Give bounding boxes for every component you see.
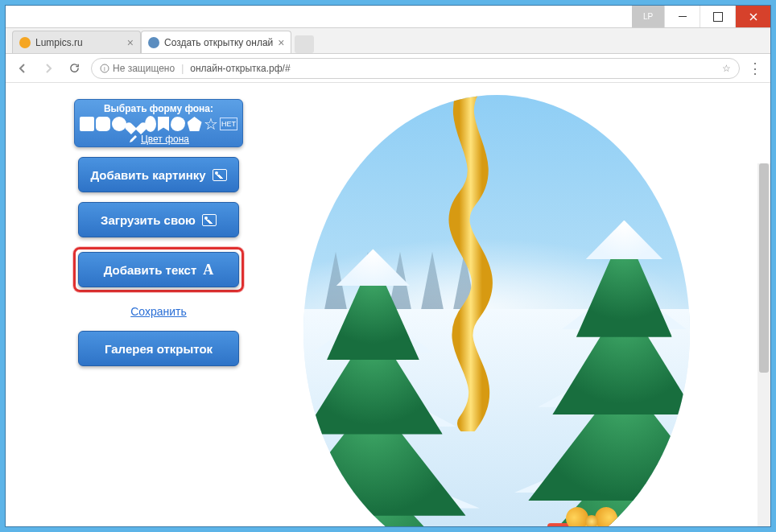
shape-bookmark[interactable] [158, 117, 169, 131]
tab-title: Создать открытку онлай [164, 37, 273, 48]
window-minimize-button[interactable] [664, 6, 700, 27]
favicon-icon [19, 37, 31, 48]
add-text-label: Добавить текст [104, 263, 197, 277]
shape-pentagon[interactable] [188, 117, 202, 131]
shape-heart[interactable] [129, 118, 143, 130]
background-color-label: Цвет фона [141, 134, 189, 145]
background-color-button[interactable]: Цвет фона [80, 134, 237, 145]
svg-text:i: i [104, 65, 105, 72]
gallery-button[interactable]: Галерея открыток [78, 331, 239, 366]
upload-own-button[interactable]: Загрузить свою [78, 202, 239, 237]
tab-title: Lumpics.ru [35, 37, 83, 48]
picture-icon [202, 214, 217, 226]
picture-icon [213, 169, 227, 181]
shape-square[interactable] [80, 117, 94, 131]
fir-tree-right [505, 228, 690, 526]
info-icon: i [100, 64, 109, 73]
tab-close-icon[interactable]: × [127, 36, 134, 49]
scrollbar-thumb[interactable] [759, 163, 769, 373]
window-maximize-button[interactable] [700, 6, 735, 27]
save-link[interactable]: Сохранить [130, 305, 187, 318]
shape-none[interactable]: НЕТ [220, 118, 237, 130]
text-a-icon: A [203, 262, 213, 278]
canvas-area[interactable] [303, 95, 690, 526]
shape-blob[interactable] [171, 117, 185, 131]
new-tab-button[interactable] [295, 35, 314, 53]
window-close-button[interactable] [735, 6, 770, 27]
browser-tab[interactable]: Создать открытку онлай × [141, 31, 291, 53]
sidebar: Выбрать форму фона: ☆ НЕТ Цвет фона [70, 99, 247, 366]
gallery-label: Галерея открыток [105, 342, 213, 356]
add-image-button[interactable]: Добавить картинку [78, 157, 239, 192]
bookmark-star-icon[interactable]: ☆ [722, 63, 731, 74]
page-content: ? Выбрать форму фона: ☆ НЕТ [6, 83, 770, 526]
eyedropper-icon [128, 134, 138, 144]
browser-menu-button[interactable]: ⋮ [748, 61, 762, 76]
security-label: Не защищено [113, 63, 175, 74]
upload-own-label: Загрузить свою [101, 213, 196, 227]
highlight-frame: Добавить текст A [73, 247, 244, 292]
shape-rounded-square[interactable] [96, 117, 110, 131]
favicon-icon [148, 37, 159, 48]
nav-reload-button[interactable] [65, 60, 83, 77]
shape-panel: Выбрать форму фона: ☆ НЕТ Цвет фона [74, 99, 243, 147]
address-bar[interactable]: i Не защищено | онлайн-открытка.рф/# ☆ [91, 58, 740, 79]
url-text: онлайн-открытка.рф/# [190, 63, 290, 74]
user-badge[interactable]: LP [632, 6, 664, 27]
help-button[interactable]: ? [647, 99, 670, 122]
gold-ribbon [427, 95, 516, 431]
add-image-label: Добавить картинку [90, 168, 205, 182]
shape-row: ☆ НЕТ [80, 114, 237, 134]
security-chip[interactable]: i Не защищено [100, 63, 175, 74]
nav-back-button[interactable] [14, 60, 31, 77]
browser-window: LP Lumpics.ru × Создать открытку онлай × [5, 5, 771, 527]
add-text-button[interactable]: Добавить текст A [78, 252, 239, 287]
vertical-scrollbar[interactable] [757, 163, 770, 526]
nav-forward-button[interactable] [39, 60, 57, 77]
shape-panel-title: Выбрать форму фона: [80, 103, 237, 114]
titlebar: LP [6, 6, 770, 28]
shape-star[interactable]: ☆ [204, 117, 218, 131]
tab-strip: Lumpics.ru × Создать открытку онлай × [6, 28, 770, 54]
browser-tab[interactable]: Lumpics.ru × [12, 31, 141, 53]
gift-box [547, 507, 636, 526]
postcard-canvas [303, 95, 690, 526]
address-row: i Не защищено | онлайн-открытка.рф/# ☆ ⋮ [6, 54, 770, 83]
tab-close-icon[interactable]: × [278, 36, 284, 49]
